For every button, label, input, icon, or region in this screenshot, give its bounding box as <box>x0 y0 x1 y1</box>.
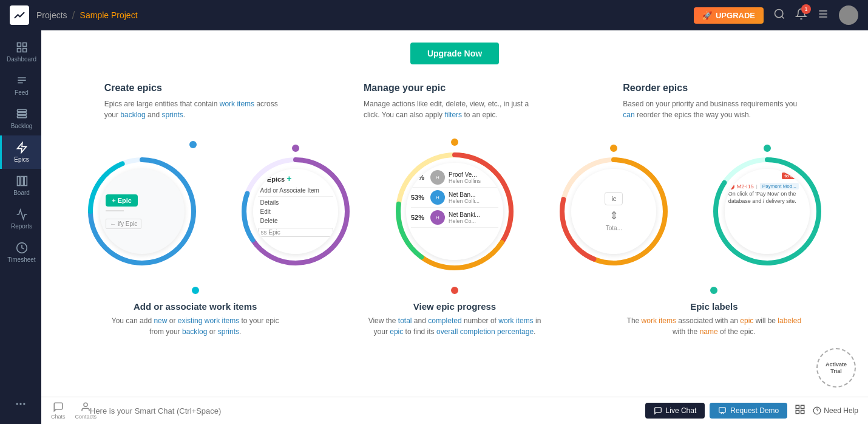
circle4-inner: ic ⇕ Tota... <box>571 169 656 254</box>
sidebar-item-timesheet[interactable]: Timesheet <box>0 236 41 269</box>
sidebar-more[interactable] <box>8 392 33 419</box>
create-epics-title: Create epics <box>104 83 162 94</box>
svg-point-17 <box>16 403 18 405</box>
svg-rect-15 <box>24 177 27 186</box>
epic-labels-desc: The work items associated with an epic w… <box>623 315 805 337</box>
svg-rect-37 <box>796 405 799 408</box>
circle1-content: + Epic ← ify Epic <box>100 188 185 235</box>
menu-item-add[interactable]: Add or Associate Item <box>258 186 333 195</box>
circle3-item3: 52% H Net Banki... Helen Co... <box>411 208 498 228</box>
activate-trial-button[interactable]: Activate Trial <box>816 348 856 388</box>
header-right: 🚀 UPGRADE 1 <box>694 5 858 25</box>
sidebar-timesheet-label: Timesheet <box>7 256 35 263</box>
reorder-epics-title: Reorder epics <box>623 83 688 94</box>
avatar-proof: H <box>430 170 445 185</box>
svg-rect-9 <box>17 110 26 112</box>
contacts-footer-item[interactable]: Contacts <box>75 402 97 420</box>
circle2: ss Epics + Add or Associate Item Details… <box>241 157 350 266</box>
sidebar-board-label: Board <box>13 190 30 196</box>
view-progress-title: View epic progress <box>413 301 496 312</box>
svg-rect-38 <box>801 405 804 408</box>
sidebar-backlog-label: Backlog <box>11 123 33 129</box>
user-avatar[interactable] <box>839 5 858 25</box>
breadcrumb-separator: / <box>72 9 75 22</box>
add-associate-title: Add or associate work items <box>134 301 257 312</box>
epic-labels-dot <box>710 287 717 294</box>
app-logo[interactable] <box>10 5 29 25</box>
svg-rect-10 <box>17 113 26 115</box>
sidebar-item-board[interactable]: Board <box>0 169 41 202</box>
menu-item-edit[interactable]: Edit <box>258 207 333 216</box>
circle4: ic ⇕ Tota... <box>559 157 668 266</box>
avatar-netbanki: H <box>430 210 445 225</box>
circle4-content: ic ⇕ Tota... <box>571 169 656 254</box>
search-icon[interactable] <box>773 8 785 23</box>
circle5-container: to do (9) M2-I15 | Payment Mod... On cli… <box>713 145 822 266</box>
sidebar-dashboard-label: Dashboard <box>7 56 36 63</box>
feature-reorder-epics: Reorder epics Based on your priority and… <box>611 83 817 120</box>
svg-rect-7 <box>17 49 21 52</box>
sidebar-item-epics[interactable]: Epics <box>0 135 41 169</box>
sidebar-item-reports[interactable]: Reports <box>0 202 41 236</box>
circle2-container: ss Epics + Add or Associate Item Details… <box>241 145 350 266</box>
task-desc: On click of 'Pay Now' on the database an… <box>728 191 806 205</box>
epic-labels-title: Epic labels <box>690 301 737 312</box>
sidebar: Dashboard Feed Backlog Epics Board Repor… <box>0 30 41 424</box>
feature-create-epics: Create epics Epics are large entities th… <box>92 83 299 120</box>
chats-footer-item[interactable]: Chats <box>51 402 66 420</box>
circle5-top-dot <box>764 145 771 152</box>
svg-rect-36 <box>719 408 726 412</box>
notification-icon[interactable]: 1 <box>795 8 807 23</box>
settings-icon[interactable] <box>817 8 829 23</box>
upgrade-button[interactable]: 🚀 UPGRADE <box>694 7 764 24</box>
rocket-icon: 🚀 <box>702 11 712 20</box>
projects-link[interactable]: Projects <box>36 10 67 20</box>
sidebar-feed-label: Feed <box>15 89 29 96</box>
sidebar-item-backlog[interactable]: Backlog <box>0 102 41 135</box>
notification-badge: 1 <box>801 4 811 14</box>
sidebar-item-feed[interactable]: Feed <box>0 69 41 102</box>
live-chat-button[interactable]: Live Chat <box>645 403 705 419</box>
svg-rect-40 <box>801 411 804 414</box>
task-tag: Payment Mod... <box>760 183 799 190</box>
grid-icon-button[interactable] <box>792 404 808 417</box>
sort-arrows-icon: ⇕ <box>609 209 619 222</box>
sidebar-reports-label: Reports <box>11 223 32 230</box>
app-header: Projects / Sample Project 🚀 UPGRADE 1 <box>0 0 868 30</box>
smart-chat-input[interactable] <box>41 406 636 415</box>
chats-label: Chats <box>51 414 66 420</box>
circle4-container: ic ⇕ Tota... <box>559 145 668 266</box>
circle3-container: 37% H Proof Ve... Helen Collins 53% <box>394 138 515 272</box>
task-id: M2-I15 <box>737 183 754 190</box>
svg-point-35 <box>84 403 87 406</box>
circle4-top-dot <box>610 145 617 152</box>
epic-button[interactable]: + Epic <box>106 194 138 207</box>
footer-left-icons: Chats Contacts <box>41 402 106 420</box>
request-demo-button[interactable]: Request Demo <box>710 403 787 419</box>
upgrade-now-button[interactable]: Upgrade Now <box>410 43 499 64</box>
circle3-inner: 37% H Proof Ve... Helen Collins 53% <box>406 163 503 260</box>
circle3-item2: 53% H Net Ban... Helen Colli... <box>411 188 498 208</box>
feature-epic-labels: Epic labels The work items associated wi… <box>611 284 817 337</box>
project-name: Sample Project <box>80 10 138 20</box>
need-help-label: Need Help <box>824 406 858 415</box>
sidebar-item-dashboard[interactable]: Dashboard <box>0 35 41 69</box>
manage-epic-title: Manage your epic <box>364 83 446 94</box>
app-footer: Chats Contacts Live Chat Request Demo <box>41 397 868 424</box>
circle1: + Epic ← ify Epic <box>87 157 197 266</box>
view-progress-desc: View the total and completed number of w… <box>364 315 546 337</box>
svg-line-1 <box>782 16 784 18</box>
circle1-inner: + Epic ← ify Epic <box>100 169 185 254</box>
menu-item-delete[interactable]: Delete <box>258 216 333 225</box>
menu-item-details[interactable]: Details <box>258 198 333 207</box>
svg-rect-6 <box>22 43 26 47</box>
circle5-inner: to do (9) M2-I15 | Payment Mod... On cli… <box>725 169 810 254</box>
svg-point-19 <box>23 403 25 405</box>
need-help-button[interactable]: Need Help <box>813 406 858 415</box>
circles-row: + Epic ← ify Epic <box>66 138 844 272</box>
svg-rect-8 <box>22 49 26 52</box>
circle4-epic-label: ic <box>605 192 623 205</box>
manage-epic-desc: Manage actions like edit, delete, view, … <box>364 98 546 120</box>
view-progress-dot <box>451 287 458 294</box>
add-associate-desc: You can add new or existing work items t… <box>104 315 287 337</box>
